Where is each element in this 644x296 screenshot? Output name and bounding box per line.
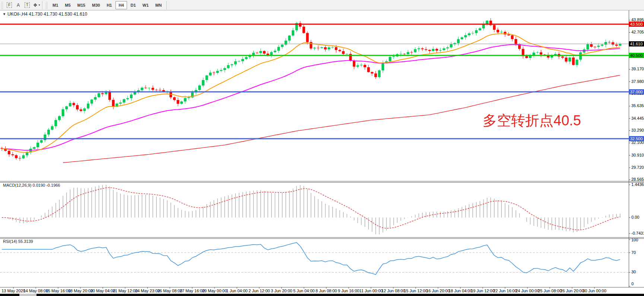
toolbar: FAT✥▾ M1M5M15M30H1H4D1W1MN [0, 0, 644, 10]
time-axis-label: 26 Jun 20:00 [560, 289, 584, 293]
time-axis-label: 24 Jun 00:00 [515, 289, 539, 293]
time-axis-label: 18 Jun 04:00 [448, 289, 472, 293]
y-axis-tick-label: 37.980 [631, 79, 644, 84]
macd-axis-label: -0.7431 [631, 231, 644, 236]
price-badge-40.500: 40.500 [629, 53, 644, 58]
symbol-title: ▼ UKOil-,H4 41.730 41.730 41.530 41.610 [3, 12, 87, 17]
price-badge-41.610: 41.610 [629, 41, 644, 46]
tool-text-label-icon[interactable]: T [23, 1, 31, 9]
time-axis-label: 30 Jun 00:00 [583, 289, 606, 293]
dropdown-caret-icon: ▾ [39, 3, 40, 7]
time-axis-label: 2 Jun 12:00 [248, 289, 270, 293]
macd-indicator-label: MACD(12,26,9) 0.0190 -0.1966 [3, 183, 60, 187]
timeframe-m5[interactable]: M5 [62, 1, 73, 9]
toolbar-grip[interactable] [1, 1, 4, 9]
time-axis-label: 13 May 2020 [1, 289, 25, 293]
tool-template-grid-icon[interactable]: F [5, 1, 13, 9]
rsi-axis-label: 70 [631, 250, 636, 255]
toolbar-separator [166, 1, 167, 9]
chart-annotation-text: 多空转折点40.5 [483, 111, 581, 130]
time-axis-label: 1 Jun 04:00 [226, 289, 248, 293]
tool-arrow-tools-icon[interactable]: ✥▾ [32, 1, 40, 9]
time-axis-label: 19 Jun 12:00 [471, 289, 495, 293]
candlesticks [1, 18, 622, 161]
symbol-ohlc-text: UKOil-,H4 41.730 41.730 41.530 41.610 [7, 12, 87, 17]
timeframe-m30[interactable]: M30 [89, 1, 103, 9]
toolbar-separator [42, 1, 43, 9]
timeframe-h1[interactable]: H1 [104, 1, 115, 9]
time-axis-label: 25 Jun 08:00 [538, 289, 562, 293]
y-axis-tick-label: 33.290 [631, 128, 644, 133]
rsi-indicator-label: RSI(14) 55.3139 [3, 239, 33, 244]
timeframe-m15[interactable]: M15 [74, 1, 88, 9]
arrow-tools-icon: ✥ [32, 2, 38, 8]
text-label-icon: T [25, 2, 30, 8]
y-axis-tick-label: 28.565 [631, 177, 644, 182]
timeframes-group: M1M5M15M30H1H4D1W1MN [49, 1, 165, 9]
toolbar-grip[interactable] [45, 1, 48, 9]
time-axis-label: 29 May 00:00 [202, 289, 227, 293]
rsi-panel [0, 239, 630, 286]
terminal-window: FAT✥▾ M1M5M15M30H1H4D1W1MN ▼ UKOil-,H4 4… [0, 0, 644, 296]
rsi-axis-label: 30 [631, 270, 636, 274]
y-axis-tick-label: 29.720 [631, 165, 644, 170]
time-axis-label: 20 May 04:00 [91, 289, 115, 293]
y-axis-tick-label: 30.910 [631, 153, 644, 158]
time-axis-label: 11 Jun 00:00 [359, 289, 383, 293]
macd-panel [2, 185, 630, 234]
collapse-arrow-icon[interactable]: ▼ [3, 12, 6, 16]
time-axis-label: 15 Jun 12:00 [404, 289, 428, 293]
y-axis-tick-label: 34.445 [631, 116, 644, 121]
rsi-axis-label: 100 [631, 238, 638, 242]
timeframe-m1[interactable]: M1 [50, 1, 61, 9]
time-axis-label: 21 May 12:00 [113, 289, 138, 293]
time-axis-label: 18 May 20:00 [68, 289, 93, 293]
rsi-axis-label: 0 [631, 281, 634, 286]
panel-frames [0, 10, 644, 287]
time-axis-label: 5 Jun 04:00 [293, 289, 315, 293]
price-badge-43.500: 43.500 [629, 22, 644, 27]
price-badge-37.000: 37.000 [629, 89, 644, 94]
time-axis-label: 15 May 16:00 [46, 289, 71, 293]
timeframe-d1[interactable]: D1 [128, 1, 139, 9]
timeframe-mn[interactable]: MN [152, 1, 165, 9]
time-axis-label: 27 May 16:00 [180, 289, 205, 293]
time-axis-label: 9 Jun 16:00 [338, 289, 359, 293]
price-badge-32.500: 32.500 [629, 136, 644, 141]
time-axis-label: 3 Jun 20:00 [271, 289, 292, 293]
timeframe-h4[interactable]: H4 [115, 1, 127, 9]
drawing-tools-group: FAT✥▾ [5, 1, 41, 9]
chart-canvas[interactable] [0, 0, 644, 296]
time-axis-label: 8 Jun 08:00 [315, 289, 337, 293]
macd-axis-label: 1.4436 [631, 182, 644, 187]
template-grid-icon: F [7, 2, 12, 8]
time-axis-label: 26 May 08:00 [158, 289, 183, 293]
time-axis-label: 16 Jun 20:00 [426, 289, 450, 293]
timeframe-w1[interactable]: W1 [140, 1, 152, 9]
font-icon: A [16, 2, 21, 8]
y-axis-tick-label: 39.170 [631, 67, 644, 71]
time-axis-label: 12 Jun 08:00 [381, 289, 405, 293]
y-axis-tick-label: 35.635 [631, 103, 644, 108]
time-axis-label: 22 Jun 16:00 [493, 289, 517, 293]
bottom-scrollbar[interactable] [0, 294, 644, 296]
time-axis-label: 14 May 08:00 [23, 289, 48, 293]
tool-font-icon[interactable]: A [14, 1, 22, 9]
time-axis-label: 24 May 23:00 [135, 289, 160, 293]
scrollbar-thumb[interactable] [19, 294, 37, 296]
y-axis-tick-label: 42.705 [631, 30, 644, 35]
macd-axis-label: 0.00 [631, 215, 639, 220]
